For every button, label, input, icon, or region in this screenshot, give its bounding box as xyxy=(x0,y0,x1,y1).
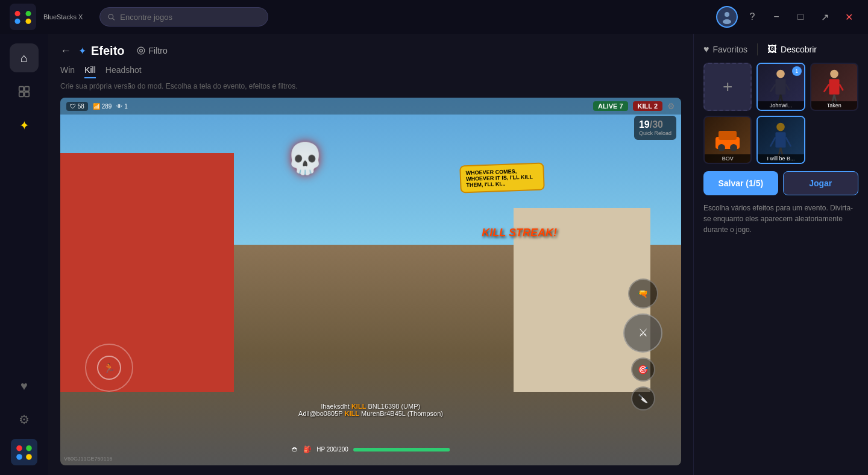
page-title: Efeito xyxy=(91,44,125,58)
filter-icon xyxy=(137,46,145,55)
svg-line-7 xyxy=(113,18,115,20)
bluestacks-bottom-icon xyxy=(14,442,34,462)
building-left xyxy=(60,153,234,392)
svg-point-0 xyxy=(13,7,33,27)
svg-point-18 xyxy=(137,47,145,54)
sidebar-item-library[interactable] xyxy=(10,77,39,106)
discover-panel-icon: 🖼 xyxy=(767,44,777,55)
app-name-label: BlueStacks X xyxy=(43,13,83,20)
hud-settings-icon: ⚙ xyxy=(667,101,675,111)
sidebar-item-favorites[interactable]: ♥ xyxy=(10,371,39,400)
maximize-button[interactable]: □ xyxy=(791,7,810,27)
action-buttons: 🔫 ⚔ 🎯 🔪 xyxy=(623,278,662,411)
svg-point-2 xyxy=(15,11,20,16)
back-button[interactable]: ← xyxy=(60,45,71,57)
main-layout: ⌂ ✦ ♥ ⚙ xyxy=(0,34,868,475)
sidebar-item-settings[interactable]: ⚙ xyxy=(10,405,39,434)
johnwick-figure xyxy=(766,69,796,105)
hud-eye: 👁 1 xyxy=(116,103,127,110)
page-subtitle: Crie sua própria versão do mod. Escolha … xyxy=(60,82,681,90)
favorites-tab-label: Favoritos xyxy=(713,45,748,54)
tab-headshot[interactable]: Headshot xyxy=(105,63,142,78)
svg-point-16 xyxy=(16,454,22,460)
search-bar[interactable] xyxy=(99,7,268,27)
johnwick-badge: 1 xyxy=(792,66,802,76)
svg-point-8 xyxy=(725,12,729,17)
settings-icon: ⚙ xyxy=(19,412,30,427)
hud-footer-code: V60GJ11GE750116 xyxy=(64,456,113,462)
avatar-icon xyxy=(720,10,734,24)
content-header: ← ✦ Efeito Filtro xyxy=(60,43,681,58)
left-sidebar: ⌂ ✦ ♥ ⚙ xyxy=(0,34,48,475)
skull-splash: 💀 xyxy=(278,134,332,183)
svg-point-34 xyxy=(730,144,737,151)
effects-icon: ✦ xyxy=(19,118,30,133)
panel-tab-discover[interactable]: 🖼 Descobrir xyxy=(767,44,817,55)
hud-kill: KILL 2 xyxy=(633,101,662,111)
wand-icon: ✦ xyxy=(78,45,86,57)
hp-helmet-icon: ⛑ xyxy=(292,446,298,453)
svg-rect-10 xyxy=(19,87,24,91)
action-btn-3: 🔪 xyxy=(631,386,655,411)
taken-figure xyxy=(819,69,849,105)
johnwick-label: JohnWi... xyxy=(758,101,804,110)
play-button[interactable]: Jogar xyxy=(783,171,859,195)
hud-top: 🛡 58 📶 289 👁 1 ALIVE 7 KILL 2 ⚙ xyxy=(60,98,681,115)
effect-card-iwillbe[interactable]: I will be B... xyxy=(756,116,805,164)
kill-feed-line-2: Adil@bo0805P KILL MurenBr4B45L (Thompson… xyxy=(298,410,443,417)
sidebar-item-effects[interactable]: ✦ xyxy=(10,111,39,140)
run-icon: 🏃 xyxy=(103,362,115,374)
character-overlay: WHOEVER COMES, WHOEVER IT IS, I'LL KILL … xyxy=(460,162,546,193)
hud-score: 🛡 58 xyxy=(66,102,88,111)
svg-point-36 xyxy=(777,123,785,131)
hp-fill xyxy=(353,448,450,451)
effect-add-button[interactable]: + xyxy=(703,63,752,111)
tab-kill[interactable]: Kill xyxy=(84,63,96,78)
panel-tab-favorites[interactable]: ♥ Favoritos xyxy=(703,44,747,55)
svg-line-41 xyxy=(786,137,791,146)
window-controls: ? − □ ↗ ✕ xyxy=(716,6,858,28)
effect-card-johnwick[interactable]: JohnWi... 1 xyxy=(756,63,805,111)
svg-point-20 xyxy=(777,70,785,78)
svg-rect-13 xyxy=(25,92,29,96)
restore-button[interactable]: ↗ xyxy=(815,7,834,27)
kill-feed: lhaeksdht KILL BNL16398 (UMP) Adil@bo080… xyxy=(298,403,443,417)
search-input[interactable] xyxy=(120,13,260,22)
svg-point-4 xyxy=(15,19,20,24)
svg-point-3 xyxy=(26,11,31,16)
svg-point-5 xyxy=(26,19,31,24)
svg-line-40 xyxy=(770,137,776,146)
panel-tab-separator xyxy=(757,43,758,55)
action-btn-1: 🔫 xyxy=(628,278,658,309)
panel-header: ♥ Favoritos 🖼 Descobrir xyxy=(703,43,858,55)
filter-button[interactable]: Filtro xyxy=(132,43,172,58)
effect-card-taken[interactable]: Taken xyxy=(810,63,858,111)
tab-win[interactable]: Win xyxy=(60,63,75,78)
library-icon xyxy=(17,85,31,98)
kill-streak-text: KILL STREAK! xyxy=(482,227,557,239)
svg-line-25 xyxy=(786,84,790,90)
save-button[interactable]: Salvar (1/5) xyxy=(703,171,778,195)
kill-feed-line-1: lhaeksdht KILL BNL16398 (UMP) xyxy=(298,403,443,410)
fire-button: ⚔ xyxy=(623,313,662,353)
tabs: Win Kill Headshot xyxy=(60,63,681,78)
svg-point-33 xyxy=(718,144,725,151)
sidebar-item-home[interactable]: ⌂ xyxy=(10,43,39,72)
action-btn-2: 🎯 xyxy=(631,357,655,382)
svg-point-6 xyxy=(109,14,113,19)
effect-card-bov[interactable]: BOV xyxy=(703,116,752,164)
svg-rect-11 xyxy=(25,87,29,91)
discover-tab-label: Descobrir xyxy=(781,45,817,54)
close-button[interactable]: ✕ xyxy=(839,7,858,27)
svg-point-15 xyxy=(26,445,32,451)
right-panel: ♥ Favoritos 🖼 Descobrir + xyxy=(693,34,868,475)
title-bar: BlueStacks X ? − □ ↗ ✕ xyxy=(0,0,868,34)
minimize-button[interactable]: − xyxy=(767,7,786,27)
favorites-icon: ♥ xyxy=(20,379,28,393)
svg-rect-12 xyxy=(19,92,24,96)
hp-value: HP 200/200 xyxy=(316,446,348,453)
panel-actions: Salvar (1/5) Jogar xyxy=(703,171,858,195)
home-icon: ⌂ xyxy=(20,51,28,65)
user-avatar[interactable] xyxy=(716,6,738,28)
help-button[interactable]: ? xyxy=(743,7,762,27)
